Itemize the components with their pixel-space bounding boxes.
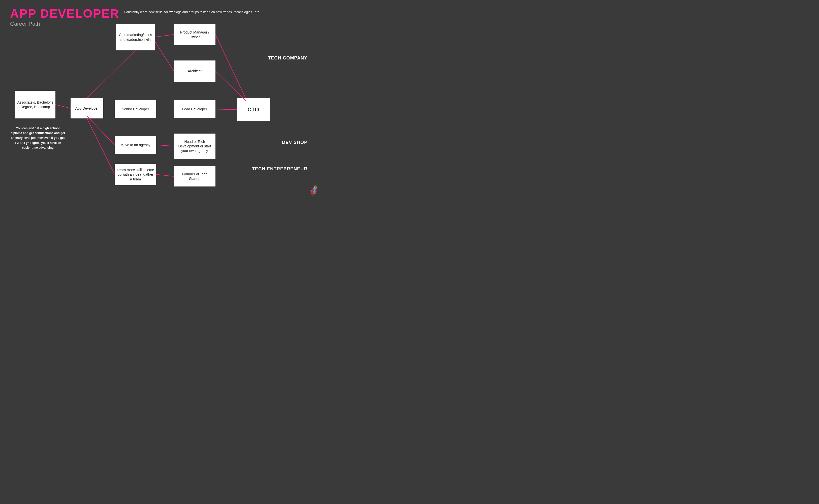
tech-entrepreneur-label: TECH ENTREPRENEUR xyxy=(252,166,307,172)
learn-skills-node: Learn more skills, come up with an idea,… xyxy=(115,164,156,185)
move-agency-node: Move to an agency xyxy=(115,136,156,154)
head-tech-node: Head of Tech Development or start your o… xyxy=(174,134,215,159)
svg-line-6 xyxy=(155,42,174,71)
top-note: Constantly learn new skills, follow blog… xyxy=(106,10,277,14)
title-area: APP DEVELOPER Career Path xyxy=(10,8,119,27)
app-developer-node: App Developer xyxy=(71,98,103,118)
lead-developer-node: Lead Developer xyxy=(174,100,215,118)
svg-line-3 xyxy=(87,116,115,145)
architect-node: Architect xyxy=(174,60,215,82)
gain-skills-node: Gain marketing/sales and leadership skil… xyxy=(116,24,155,50)
tech-company-label: TECH COMPANY xyxy=(268,55,307,61)
svg-line-4 xyxy=(87,118,115,174)
main-title: APP DEVELOPER xyxy=(10,8,119,20)
senior-developer-node: Senior Developer xyxy=(115,100,156,118)
degree-node: Associate's, Bachelor's Degree, Bootcamp xyxy=(15,91,55,118)
svg-line-5 xyxy=(155,35,174,37)
hero-icon: 🦸 xyxy=(307,185,320,197)
founder-node: Founder of Tech Startup xyxy=(174,166,215,186)
svg-line-9 xyxy=(156,174,174,176)
svg-line-2 xyxy=(87,50,135,98)
svg-line-8 xyxy=(156,145,174,146)
cto-node: CTO xyxy=(237,98,270,121)
subtitle: Career Path xyxy=(10,21,119,27)
svg-line-11 xyxy=(215,35,246,98)
dev-shop-label: DEV SHOP xyxy=(282,140,307,145)
svg-line-10 xyxy=(215,109,237,110)
svg-line-0 xyxy=(55,105,71,108)
svg-line-12 xyxy=(215,71,246,101)
side-note: You can just get a high school diploma a… xyxy=(10,126,66,150)
product-manager-node: Product Manager / Owner xyxy=(174,24,215,45)
